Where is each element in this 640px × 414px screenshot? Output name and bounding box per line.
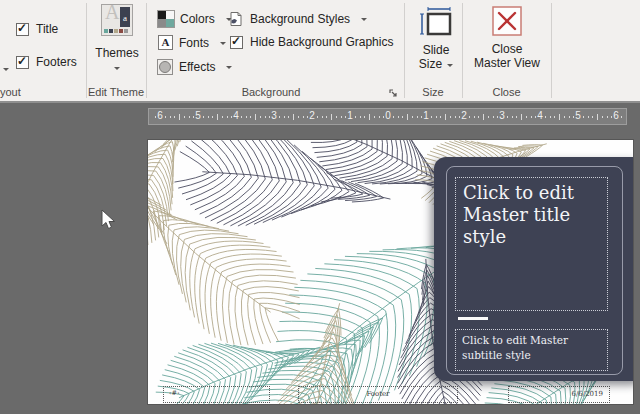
theme-effects-icon <box>157 59 173 75</box>
mouse-cursor-icon <box>101 209 117 231</box>
dropdown-arrow-icon <box>361 18 367 24</box>
dropdown-arrow-icon <box>447 64 453 70</box>
slide-master-canvas[interactable]: ‹#› Footer 6/6/2019 Click to edit Master… <box>148 140 633 404</box>
ruler-number: 4 <box>537 110 543 121</box>
background-styles-icon <box>228 11 244 27</box>
dropdown-arrow-icon <box>226 66 232 72</box>
background-group-label: Background <box>146 86 396 98</box>
ruler-number: 1 <box>423 110 429 121</box>
ruler-number: 1 <box>347 110 353 121</box>
master-title-placeholder[interactable]: Click to edit Master title style <box>455 177 608 311</box>
slide-number-placeholder[interactable]: ‹#› <box>163 386 270 403</box>
ribbon-slide-master-tab: Title Footers yout A a Themes Edit Theme <box>0 0 640 103</box>
ruler-number: 6 <box>157 110 163 121</box>
close-master-view-button[interactable]: Close Master View <box>468 6 546 70</box>
slide-size-label-line1: Slide <box>423 43 450 57</box>
cut-off-dropdown-arrow-icon[interactable] <box>3 68 9 74</box>
group-separator <box>86 3 87 98</box>
powerpoint-slide-master-window: Title Footers yout A a Themes Edit Theme <box>0 0 640 414</box>
themes-button-label: Themes <box>95 46 138 60</box>
master-subtitle-placeholder[interactable]: Click to edit Master subtitle style <box>455 329 608 371</box>
hide-background-graphics-label: Hide Background Graphics <box>250 35 393 49</box>
title-panel-shape[interactable]: Click to edit Master title style Click t… <box>434 157 633 381</box>
footers-checkbox-label: Footers <box>36 55 77 69</box>
effects-button[interactable]: Effects <box>157 59 232 75</box>
background-styles-button[interactable]: Background Styles <box>228 11 367 27</box>
colors-button-label: Colors <box>180 12 215 26</box>
title-checkbox[interactable]: Title <box>16 22 58 36</box>
title-accent-line <box>458 317 488 320</box>
size-group-label: Size <box>404 86 462 98</box>
title-checkbox-label: Title <box>36 22 58 36</box>
effects-button-label: Effects <box>179 60 215 74</box>
footer-placeholder[interactable]: Footer <box>298 386 458 403</box>
slide-size-button[interactable]: Slide Size <box>408 6 464 71</box>
checkbox-icon[interactable] <box>16 56 29 69</box>
ruler-number: 3 <box>271 110 277 121</box>
date-placeholder[interactable]: 6/6/2019 <box>508 386 610 403</box>
close-master-view-icon <box>492 6 522 36</box>
close-group-label: Close <box>462 86 551 98</box>
dropdown-arrow-icon <box>114 67 120 73</box>
close-master-view-label-line1: Close <box>492 42 523 56</box>
footers-checkbox[interactable]: Footers <box>16 55 77 69</box>
slide-size-label-line2: Size <box>419 57 453 71</box>
group-separator <box>146 3 147 98</box>
ruler-number: 6 <box>613 110 619 121</box>
checkbox-icon[interactable] <box>230 36 243 49</box>
fonts-button[interactable]: A Fonts <box>158 35 226 50</box>
edit-theme-group-label: Edit Theme <box>86 86 146 98</box>
background-dialog-launcher-icon[interactable] <box>388 88 398 98</box>
ruler-number: 4 <box>233 110 239 121</box>
group-separator <box>551 3 552 98</box>
background-styles-button-label: Background Styles <box>250 12 350 26</box>
themes-icon: A a <box>101 4 133 36</box>
colors-button[interactable]: Colors <box>158 11 232 27</box>
ruler-number: 5 <box>575 110 581 121</box>
themes-button[interactable]: A a Themes <box>88 4 146 71</box>
group-separator <box>404 3 405 98</box>
hide-background-graphics-checkbox[interactable]: Hide Background Graphics <box>230 35 393 49</box>
ruler-number: 5 <box>195 110 201 121</box>
group-separator <box>462 3 463 98</box>
ruler-number: 0 <box>385 110 391 121</box>
master-layout-group-label: yout <box>0 86 24 98</box>
horizontal-ruler: 6543210123456 <box>148 108 627 125</box>
slide-size-icon <box>418 6 454 38</box>
fonts-button-label: Fonts <box>179 36 209 50</box>
theme-colors-icon <box>158 11 174 27</box>
close-master-view-label-line2: Master View <box>474 56 540 70</box>
ruler-number: 2 <box>461 110 467 121</box>
checkbox-icon[interactable] <box>16 23 29 36</box>
theme-fonts-icon: A <box>158 35 173 50</box>
ruler-number: 2 <box>309 110 315 121</box>
ruler-number: 3 <box>499 110 505 121</box>
dropdown-arrow-icon <box>220 42 226 48</box>
